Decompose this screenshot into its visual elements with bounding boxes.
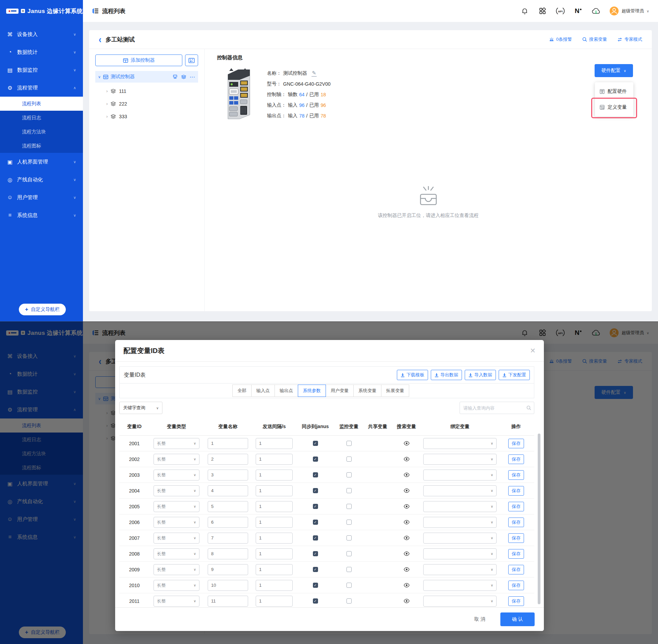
- variable-type-select[interactable]: 长整 ∨: [154, 580, 199, 591]
- variable-type-select[interactable]: 长整 ∨: [154, 517, 199, 528]
- notification-bell-icon[interactable]: [520, 7, 529, 15]
- sync-janus-checkbox[interactable]: [313, 457, 318, 462]
- sync-janus-checkbox[interactable]: [313, 583, 318, 588]
- cancel-button[interactable]: 取 消: [472, 616, 487, 623]
- save-button[interactable]: 保存: [508, 549, 524, 559]
- tree-node-workstation[interactable]: › 222: [95, 97, 198, 110]
- sidebar-submenu-item[interactable]: 流程列表: [0, 97, 83, 111]
- variable-type-select[interactable]: 长整 ∨: [154, 470, 199, 481]
- send-interval-input[interactable]: [256, 564, 293, 575]
- bind-variable-select[interactable]: ∨: [423, 517, 497, 528]
- send-interval-input[interactable]: [256, 438, 293, 449]
- table-scrollbar[interactable]: [538, 434, 540, 604]
- user-menu[interactable]: 超级管理员 ∨: [609, 6, 649, 16]
- expert-mode-link[interactable]: 专家模式: [617, 36, 642, 42]
- variable-tab[interactable]: 系统变量: [353, 385, 381, 397]
- monitor-variable-checkbox[interactable]: [346, 535, 352, 540]
- monitor-variable-checkbox[interactable]: [346, 457, 352, 462]
- tree-node-controller[interactable]: ∨ 测试控制器: [95, 71, 198, 83]
- variable-name-input[interactable]: [208, 470, 248, 481]
- send-interval-input[interactable]: [256, 517, 293, 528]
- layers-icon[interactable]: [181, 75, 186, 79]
- search-input[interactable]: [463, 405, 526, 411]
- back-button[interactable]: ‹: [99, 35, 101, 44]
- send-interval-input[interactable]: [256, 596, 293, 607]
- eye-icon[interactable]: [404, 504, 410, 509]
- eye-icon[interactable]: [404, 441, 410, 446]
- variable-type-select[interactable]: 长整 ∨: [154, 438, 199, 449]
- custom-nav-button[interactable]: + 自定义导航栏: [19, 304, 66, 315]
- toolbar-button[interactable]: 导出数据: [431, 370, 462, 380]
- bind-variable-select[interactable]: ∨: [423, 454, 497, 465]
- variable-tab[interactable]: 拓展变量: [381, 385, 409, 397]
- send-interval-input[interactable]: [256, 485, 293, 496]
- toolbar-button[interactable]: 导入数据: [465, 370, 496, 380]
- variable-type-select[interactable]: 长整 ∨: [154, 454, 199, 465]
- eye-icon[interactable]: [404, 583, 410, 587]
- save-button[interactable]: 保存: [508, 565, 524, 574]
- sidebar-menu-item[interactable]: ☺ 用户管理 ∨: [0, 189, 83, 206]
- eye-icon[interactable]: [404, 520, 410, 524]
- variable-name-input[interactable]: [208, 517, 248, 528]
- monitor-variable-checkbox[interactable]: [346, 441, 352, 446]
- save-button[interactable]: 保存: [508, 454, 524, 464]
- save-button[interactable]: 保存: [508, 439, 524, 448]
- variable-name-input[interactable]: [208, 580, 248, 591]
- search-variables-link[interactable]: 搜索变量: [582, 36, 607, 42]
- sync-janus-checkbox[interactable]: [313, 488, 318, 493]
- alarm-link[interactable]: 0条报警: [549, 36, 572, 42]
- eye-icon[interactable]: [404, 536, 410, 540]
- toolbar-button[interactable]: 下载模板: [397, 370, 428, 380]
- sync-janus-checkbox[interactable]: [313, 551, 318, 556]
- api-icon[interactable]: API: [556, 7, 565, 15]
- sync-janus-checkbox[interactable]: [313, 567, 318, 572]
- variable-name-input[interactable]: [208, 454, 248, 465]
- monitor-variable-checkbox[interactable]: [346, 472, 352, 477]
- sidebar-menu-item[interactable]: ◎ 产线自动化 ∨: [0, 171, 83, 189]
- variable-name-input[interactable]: [208, 438, 248, 449]
- variable-name-input[interactable]: [208, 548, 248, 559]
- sync-janus-checkbox[interactable]: [313, 472, 318, 477]
- variable-type-select[interactable]: 长整 ∨: [154, 548, 199, 559]
- bind-variable-select[interactable]: ∨: [423, 596, 497, 607]
- eye-icon[interactable]: [404, 567, 410, 572]
- save-button[interactable]: 保存: [508, 502, 524, 511]
- tree-node-workstation[interactable]: › 333: [95, 110, 198, 123]
- variable-name-input[interactable]: [208, 501, 248, 512]
- eye-icon[interactable]: [404, 599, 410, 603]
- variable-name-input[interactable]: [208, 564, 248, 575]
- sidebar-menu-item[interactable]: ◔ 数据统计 ∨: [0, 43, 83, 61]
- monitor-variable-checkbox[interactable]: [346, 598, 352, 604]
- sidebar-submenu-item[interactable]: 流程方法块: [0, 125, 83, 139]
- bind-variable-select[interactable]: ∨: [423, 533, 497, 544]
- sidebar-submenu-item[interactable]: 流程日志: [0, 111, 83, 125]
- save-button[interactable]: 保存: [508, 596, 524, 606]
- sync-janus-checkbox[interactable]: [313, 504, 318, 509]
- sync-janus-checkbox[interactable]: [313, 598, 318, 604]
- monitor-variable-checkbox[interactable]: [346, 504, 352, 509]
- monitor-variable-checkbox[interactable]: [346, 583, 352, 588]
- tree-node-workstation[interactable]: › 111: [95, 85, 198, 97]
- send-interval-input[interactable]: [256, 533, 293, 544]
- send-interval-input[interactable]: [256, 470, 293, 481]
- hardware-config-button[interactable]: 硬件配置 ∨: [595, 64, 633, 77]
- bind-variable-select[interactable]: ∨: [423, 501, 497, 512]
- send-interval-input[interactable]: [256, 454, 293, 465]
- sidebar-menu-item[interactable]: ⌘ 设备接入 ∨: [0, 25, 83, 43]
- sidebar-submenu-item[interactable]: 流程图标: [0, 139, 83, 153]
- toolbar-button[interactable]: 下发配置: [499, 370, 530, 380]
- sync-janus-checkbox[interactable]: [313, 535, 318, 540]
- save-button[interactable]: 保存: [508, 486, 524, 496]
- workstation-icon[interactable]: [173, 75, 178, 79]
- variable-type-select[interactable]: 长整 ∨: [154, 501, 199, 512]
- sync-janus-checkbox[interactable]: [313, 441, 318, 446]
- variable-name-input[interactable]: [208, 533, 248, 544]
- bind-variable-select[interactable]: ∨: [423, 485, 497, 496]
- keyword-query-select[interactable]: 关键字查询 ∨: [119, 402, 162, 414]
- collapse-panel-button[interactable]: [185, 54, 198, 66]
- confirm-button[interactable]: 确 认: [500, 612, 535, 626]
- edit-name-icon[interactable]: ✎: [312, 70, 317, 77]
- sidebar-menu-item[interactable]: ▤ 数据监控 ∨: [0, 61, 83, 79]
- more-actions-icon[interactable]: ···: [190, 74, 195, 80]
- variable-type-select[interactable]: 长整 ∨: [154, 564, 199, 575]
